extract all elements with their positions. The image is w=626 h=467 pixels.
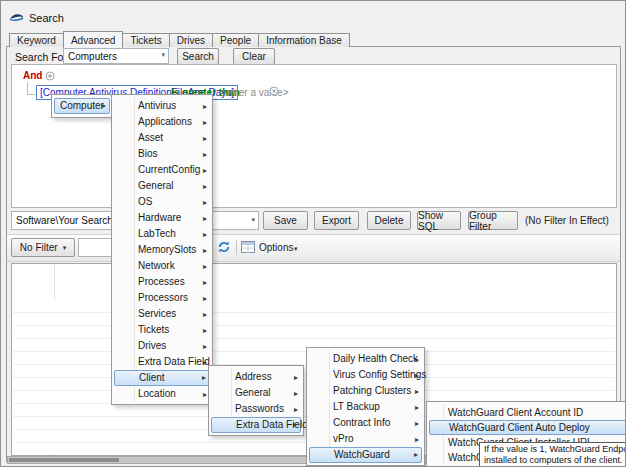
- submenu-arrow-icon: ▸: [294, 370, 298, 386]
- options-grid-icon[interactable]: [241, 241, 255, 255]
- menu-item[interactable]: Virus Config Settings▸: [307, 367, 424, 383]
- submenu-arrow-icon: ▸: [415, 400, 419, 416]
- menu-item[interactable]: Location▸: [112, 386, 212, 402]
- submenu-arrow-icon: ▸: [415, 416, 419, 432]
- menu-item-computer[interactable]: Computer▸: [54, 98, 110, 114]
- delete-button[interactable]: Delete: [367, 211, 411, 230]
- submenu-arrow-icon: ▸: [415, 352, 419, 368]
- submenu-arrow-icon: ▸: [202, 371, 206, 385]
- menu-item[interactable]: Asset▸: [112, 130, 212, 146]
- submenu-arrow-icon: ▸: [203, 355, 207, 371]
- menu-item[interactable]: Extra Data Field▸: [112, 354, 212, 370]
- menu-item[interactable]: General▸: [112, 178, 212, 194]
- menu-item[interactable]: OS▸: [112, 194, 212, 210]
- computer-submenu: Antivirus▸ Applications▸ Asset▸ Bios▸ Cu…: [111, 94, 213, 405]
- menu-item[interactable]: General▸: [209, 385, 303, 401]
- filter-status-text: (No Filter In Effect): [525, 215, 609, 226]
- menu-item[interactable]: WatchGuard▸: [309, 447, 422, 463]
- save-button[interactable]: Save: [263, 211, 308, 230]
- add-condition-icon[interactable]: [45, 71, 55, 83]
- chevron-down-icon[interactable]: ▾: [294, 245, 298, 253]
- search-app-icon: [9, 13, 24, 23]
- toolbar-separator: [236, 240, 237, 255]
- no-filter-dropdown-button[interactable]: No Filter ▾: [11, 238, 75, 257]
- clear-button[interactable]: Clear: [233, 48, 275, 65]
- submenu-arrow-icon: ▸: [203, 131, 207, 147]
- menu-item[interactable]: Drives▸: [112, 338, 212, 354]
- submenu-arrow-icon: ▸: [203, 99, 207, 115]
- menu-item[interactable]: Antivirus▸: [112, 98, 212, 114]
- window-title: Search: [29, 12, 64, 24]
- search-button[interactable]: Search: [177, 48, 219, 65]
- menu-item[interactable]: Patching Clusters▸: [307, 383, 424, 399]
- tooltip-line: installed to computers of the client.: [484, 455, 626, 466]
- chevron-down-icon: ▾: [251, 216, 255, 224]
- menu-item[interactable]: LT Backup▸: [307, 399, 424, 415]
- submenu-arrow-icon: ▸: [102, 99, 106, 113]
- refresh-icon[interactable]: [217, 240, 231, 256]
- submenu-arrow-icon: ▸: [293, 418, 297, 432]
- submenu-arrow-icon: ▸: [203, 195, 207, 211]
- submenu-arrow-icon: ▸: [203, 323, 207, 339]
- submenu-arrow-icon: ▸: [203, 339, 207, 355]
- tab[interactable]: Advanced: [63, 31, 123, 48]
- chevron-down-icon: ▾: [63, 244, 67, 252]
- search-for-label: Search For:: [15, 51, 70, 63]
- submenu-arrow-icon: ▸: [203, 307, 207, 323]
- client-submenu: Address▸ General▸ Passwords▸ Extra Data …: [208, 365, 304, 436]
- group-filter-button[interactable]: Group Filter: [468, 211, 518, 230]
- menu-item[interactable]: Address▸: [209, 369, 303, 385]
- menu-item[interactable]: MemorySlots▸: [112, 242, 212, 258]
- submenu-arrow-icon: ▸: [203, 147, 207, 163]
- menu-item[interactable]: Network▸: [112, 258, 212, 274]
- tooltip: If the value is 1, WatchGuard Endpoint S…: [479, 442, 626, 467]
- menu-item[interactable]: LabTech▸: [112, 226, 212, 242]
- menu-item[interactable]: vPro▸: [307, 431, 424, 447]
- conjunction-label[interactable]: And: [23, 70, 42, 81]
- tree-connector: [27, 94, 35, 95]
- chevron-down-icon: ▾: [161, 51, 165, 59]
- menu-item[interactable]: Applications▸: [112, 114, 212, 130]
- scrollbar-thumb[interactable]: [9, 458, 119, 462]
- menu-item[interactable]: Extra Data Field▸: [211, 417, 301, 433]
- submenu-arrow-icon: ▸: [415, 384, 419, 400]
- submenu-arrow-icon: ▸: [203, 259, 207, 275]
- tab[interactable]: Tickets: [122, 33, 169, 47]
- submenu-arrow-icon: ▸: [203, 387, 207, 403]
- submenu-arrow-icon: ▸: [415, 432, 419, 448]
- extra-data-field-submenu: Daily Health Check▸ Virus Config Setting…: [306, 347, 425, 466]
- submenu-arrow-icon: ▸: [203, 227, 207, 243]
- menu-item[interactable]: Services▸: [112, 306, 212, 322]
- menu-item[interactable]: Processors▸: [112, 290, 212, 306]
- tab[interactable]: Information Base: [258, 33, 350, 47]
- submenu-arrow-icon: ▸: [203, 163, 207, 179]
- menu-item[interactable]: WatchGuard Client Auto Deploy▸: [429, 420, 626, 435]
- menu-item[interactable]: Processes▸: [112, 274, 212, 290]
- menu-item[interactable]: Passwords▸: [209, 401, 303, 417]
- menu-item[interactable]: Tickets▸: [112, 322, 212, 338]
- tab[interactable]: Drives: [169, 33, 213, 47]
- menu-item[interactable]: CurrentConfig▸: [112, 162, 212, 178]
- remove-condition-icon[interactable]: [269, 86, 279, 98]
- submenu-arrow-icon: ▸: [203, 243, 207, 259]
- submenu-arrow-icon: ▸: [203, 211, 207, 227]
- window-title-bar: Search: [9, 12, 64, 24]
- submenu-arrow-icon: ▸: [294, 386, 298, 402]
- tab[interactable]: Keyword: [9, 33, 64, 47]
- menu-item[interactable]: Hardware▸: [112, 210, 212, 226]
- search-target-select[interactable]: Computers ▾: [63, 48, 169, 64]
- menu-item[interactable]: Bios▸: [112, 146, 212, 162]
- menu-item[interactable]: Daily Health Check▸: [307, 351, 424, 367]
- submenu-arrow-icon: ▸: [414, 448, 418, 462]
- tab-strip: KeywordAdvancedTicketsDrivesPeopleInform…: [9, 30, 349, 47]
- tab[interactable]: People: [212, 33, 259, 47]
- submenu-arrow-icon: ▸: [203, 115, 207, 131]
- show-sql-button[interactable]: Show SQL: [417, 211, 461, 230]
- submenu-arrow-icon: ▸: [203, 291, 207, 307]
- menu-item[interactable]: Contract Info▸: [307, 415, 424, 431]
- submenu-arrow-icon: ▸: [203, 275, 207, 291]
- menu-item[interactable]: Client▸: [114, 370, 210, 386]
- export-button[interactable]: Export: [314, 211, 359, 230]
- options-button[interactable]: Options: [259, 242, 293, 253]
- menu-item[interactable]: WatchGuard Client Account ID▸: [427, 405, 626, 420]
